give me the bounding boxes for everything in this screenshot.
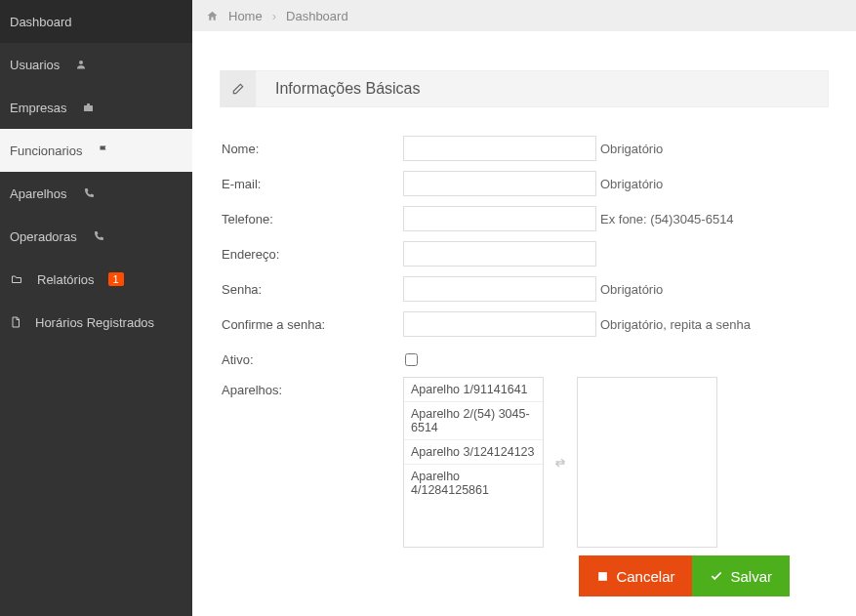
hint-senha: Obrigatório xyxy=(600,282,663,297)
sidebar-item-label: Operadoras xyxy=(10,229,77,244)
svg-rect-3 xyxy=(599,572,608,581)
check-icon xyxy=(710,569,723,583)
label-endereco: Endereço: xyxy=(220,247,403,262)
label-ativo: Ativo: xyxy=(220,352,403,367)
phone-icon xyxy=(81,187,97,199)
stop-icon xyxy=(596,570,609,583)
home-icon xyxy=(206,10,219,22)
folder-icon xyxy=(10,273,23,285)
input-email[interactable] xyxy=(403,171,596,196)
hint-nome: Obrigatório xyxy=(600,142,663,156)
listbox-available[interactable]: Aparelho 1/91141641 Aparelho 2/(54) 3045… xyxy=(403,377,544,548)
svg-rect-2 xyxy=(87,103,90,105)
listbox-selected[interactable] xyxy=(577,377,717,548)
label-email: E-mail: xyxy=(220,177,403,191)
hint-confirma: Obrigatório, repita a senha xyxy=(600,317,751,332)
sidebar-item-dashboard[interactable]: Dashboard xyxy=(0,0,192,43)
sidebar-item-label: Funcionarios xyxy=(10,144,82,158)
sidebar-item-label: Empresas xyxy=(10,101,67,115)
listbox-item[interactable]: Aparelho 4/1284125861 xyxy=(404,465,543,502)
svg-point-0 xyxy=(79,61,83,64)
section-header: Informações Básicas xyxy=(220,70,829,107)
label-aparelhos: Aparelhos: xyxy=(220,377,403,397)
sidebar-item-label: Relatórios xyxy=(37,272,95,287)
label-nome: Nome: xyxy=(220,142,403,156)
briefcase-icon xyxy=(81,102,97,113)
sidebar-item-funcionarios[interactable]: Funcionarios xyxy=(0,129,192,172)
sidebar-item-label: Dashboard xyxy=(10,15,72,29)
label-telefone: Telefone: xyxy=(220,212,403,226)
breadcrumb-current: Dashboard xyxy=(286,9,348,23)
sidebar-item-empresas[interactable]: Empresas xyxy=(0,86,192,129)
sidebar-item-operadoras[interactable]: Operadoras xyxy=(0,215,192,258)
sidebar-item-usuarios[interactable]: Usuarios xyxy=(0,43,192,86)
sidebar-item-label: Usuarios xyxy=(10,58,60,72)
sidebar: Dashboard Usuarios Empresas Funcionarios… xyxy=(0,0,192,616)
hint-telefone: Ex fone: (54)3045-6514 xyxy=(600,212,734,226)
input-telefone[interactable] xyxy=(403,206,596,231)
checkbox-ativo[interactable] xyxy=(405,353,418,366)
chevron-right-icon: › xyxy=(272,9,276,23)
label-senha: Senha: xyxy=(220,282,403,297)
input-endereco[interactable] xyxy=(403,241,596,267)
svg-rect-1 xyxy=(84,105,93,111)
listbox-item[interactable]: Aparelho 3/124124123 xyxy=(404,440,543,465)
section-title: Informações Básicas xyxy=(275,80,421,98)
input-nome[interactable] xyxy=(403,136,596,161)
sidebar-item-horarios[interactable]: Horários Registrados xyxy=(0,301,192,344)
save-button-label: Salvar xyxy=(730,568,772,585)
input-confirma[interactable] xyxy=(403,311,596,337)
user-icon xyxy=(73,59,89,70)
cancel-button-label: Cancelar xyxy=(616,568,674,585)
breadcrumb: Home › Dashboard xyxy=(192,0,856,31)
listbox-item[interactable]: Aparelho 1/91141641 xyxy=(404,378,543,402)
cancel-button[interactable]: Cancelar xyxy=(579,555,692,596)
edit-icon xyxy=(221,70,256,107)
flag-icon xyxy=(96,144,111,156)
input-senha[interactable] xyxy=(403,276,596,302)
file-icon xyxy=(10,315,21,329)
sidebar-item-aparelhos[interactable]: Aparelhos xyxy=(0,172,192,215)
label-confirma: Confirme a senha: xyxy=(220,317,403,332)
sidebar-item-relatorios[interactable]: Relatórios 1 xyxy=(0,258,192,301)
sidebar-item-label: Aparelhos xyxy=(10,186,67,201)
main: Home › Dashboard Informações Básicas Nom… xyxy=(192,0,856,616)
breadcrumb-home[interactable]: Home xyxy=(228,9,263,23)
content: Informações Básicas Nome: Obrigatório E-… xyxy=(192,31,856,616)
swap-icon[interactable] xyxy=(544,456,577,470)
phone-icon xyxy=(91,230,106,242)
listbox-item[interactable]: Aparelho 2/(54) 3045-6514 xyxy=(404,402,543,440)
sidebar-item-label: Horários Registrados xyxy=(35,315,154,330)
hint-email: Obrigatório xyxy=(600,177,663,191)
badge: 1 xyxy=(108,272,124,286)
save-button[interactable]: Salvar xyxy=(692,555,790,596)
